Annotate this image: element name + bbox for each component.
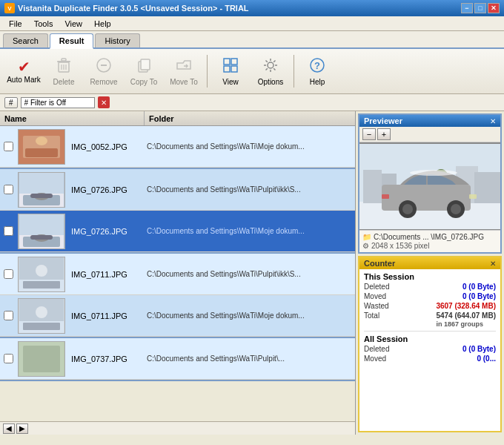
table-row[interactable]: IMG_0711.JPG C:\Documents and Settings\W… bbox=[0, 295, 355, 337]
preview-dimensions: ⚙2048 x 1536 pixel bbox=[362, 242, 497, 250]
svg-rect-46 bbox=[23, 323, 60, 330]
move-to-button[interactable]: Move To bbox=[165, 52, 203, 90]
row-filename-6: IMG_0737.JPG bbox=[70, 355, 144, 363]
copy-to-button[interactable]: Copy To bbox=[125, 52, 163, 90]
maximize-button[interactable]: □ bbox=[474, 3, 486, 13]
row-checkbox-1[interactable] bbox=[0, 142, 16, 151]
tab-history[interactable]: History bbox=[95, 33, 139, 47]
counter-moved-row: Moved 0 (0 Byte) bbox=[364, 292, 496, 300]
copy-to-label: Copy To bbox=[130, 78, 158, 86]
main-content: Name Folder IMG_0052.JPG C:\Documents an… bbox=[0, 111, 504, 435]
menu-file[interactable]: File bbox=[3, 18, 28, 30]
auto-mark-label: Auto Mark bbox=[7, 76, 41, 84]
file-list[interactable]: IMG_0052.JPG C:\Documents and Settings\W… bbox=[0, 126, 355, 421]
menu-view[interactable]: View bbox=[59, 18, 88, 30]
filter-input[interactable] bbox=[21, 97, 95, 108]
options-button[interactable]: Options bbox=[251, 52, 290, 90]
row-checkbox-3[interactable] bbox=[0, 226, 16, 236]
zoom-out-button[interactable]: − bbox=[362, 128, 376, 140]
svg-point-47 bbox=[36, 306, 47, 318]
row-folder-1: C:\Documents and Settings\WaTi\Moje doku… bbox=[144, 142, 355, 151]
close-button[interactable]: ✕ bbox=[488, 3, 500, 13]
tab-result[interactable]: Result bbox=[50, 33, 94, 49]
nav-prev-button[interactable]: ◀ bbox=[3, 423, 15, 434]
title-bar: V Vistanita Duplicate Finder 3.0.5 <Unsa… bbox=[0, 0, 504, 16]
row-filename-4: IMG_0711.JPG bbox=[70, 270, 144, 279]
svg-line-20 bbox=[266, 60, 268, 62]
list-header: Name Folder bbox=[0, 111, 355, 126]
file-group-1: IMG_0052.JPG C:\Documents and Settings\W… bbox=[0, 126, 355, 169]
svg-rect-29 bbox=[25, 148, 58, 157]
svg-rect-14 bbox=[231, 66, 237, 72]
view-button[interactable]: View bbox=[211, 52, 250, 90]
table-row[interactable]: IMG_0711.JPG C:\Documents and Settings\W… bbox=[0, 254, 355, 295]
filter-hash-button[interactable]: # bbox=[4, 97, 18, 108]
table-row[interactable]: IMG_0737.JPG C:\Documents and Settings\W… bbox=[0, 338, 355, 380]
title-bar-controls[interactable]: − □ ✕ bbox=[461, 3, 500, 13]
svg-rect-39 bbox=[30, 235, 53, 240]
auto-mark-button[interactable]: ✔ Auto Mark bbox=[4, 52, 43, 90]
remove-button[interactable]: Remove bbox=[84, 52, 123, 90]
nav-bar: ◀ ▶ bbox=[0, 421, 355, 435]
file-group-4: IMG_0737.JPG C:\Documents and Settings\W… bbox=[0, 338, 355, 381]
svg-rect-9 bbox=[141, 59, 150, 70]
options-label: Options bbox=[258, 78, 283, 86]
table-row[interactable]: IMG_0726.JPG C:\Documents and Settings\W… bbox=[0, 211, 355, 252]
row-folder-6: C:\Documents and Settings\WaTi\Pulpit\..… bbox=[144, 355, 355, 363]
menu-help[interactable]: Help bbox=[88, 18, 117, 30]
deleted-value: 0 (0 Byte) bbox=[462, 283, 496, 291]
counter-divider bbox=[364, 331, 496, 332]
counter-body: This Session Deleted 0 (0 Byte) Moved 0 … bbox=[359, 269, 500, 367]
thumbnail-6 bbox=[16, 340, 67, 378]
title-bar-left: V Vistanita Duplicate Finder 3.0.5 <Unsa… bbox=[4, 3, 249, 13]
help-button[interactable]: ? Help bbox=[298, 52, 336, 90]
move-to-icon bbox=[176, 57, 192, 76]
svg-point-63 bbox=[410, 170, 457, 176]
right-panel: Previewer ✕ − + bbox=[356, 111, 504, 435]
tab-search[interactable]: Search bbox=[3, 33, 48, 47]
table-row[interactable]: IMG_0726.JPG C:\Documents and Settings\W… bbox=[0, 169, 355, 211]
total-label: Total bbox=[364, 312, 379, 328]
moved-value: 0 (0 Byte) bbox=[462, 292, 496, 300]
view-icon bbox=[222, 57, 239, 76]
options-icon bbox=[262, 57, 279, 76]
row-checkbox-4[interactable] bbox=[0, 269, 16, 279]
svg-rect-13 bbox=[224, 66, 230, 72]
auto-mark-icon: ✔ bbox=[18, 59, 30, 74]
svg-rect-2 bbox=[62, 59, 66, 61]
all-deleted-value: 0 (0 Byte) bbox=[462, 345, 496, 353]
app-title: Vistanita Duplicate Finder 3.0.5 <Unsave… bbox=[18, 4, 249, 13]
help-icon: ? bbox=[309, 57, 325, 76]
counter-deleted-row: Deleted 0 (0 Byte) bbox=[364, 283, 496, 291]
preview-controls: − + bbox=[359, 127, 500, 142]
menu-bar: File Tools View Help bbox=[0, 16, 504, 31]
table-row[interactable]: IMG_0052.JPG C:\Documents and Settings\W… bbox=[0, 126, 355, 168]
nav-next-button[interactable]: ▶ bbox=[16, 423, 28, 434]
svg-rect-11 bbox=[224, 59, 230, 65]
zoom-in-button[interactable]: + bbox=[377, 128, 391, 140]
remove-label: Remove bbox=[90, 78, 117, 86]
menu-tools[interactable]: Tools bbox=[28, 18, 59, 30]
delete-button[interactable]: Delete bbox=[44, 52, 83, 90]
svg-line-22 bbox=[266, 68, 268, 70]
filter-clear-button[interactable]: ✕ bbox=[98, 96, 110, 108]
svg-rect-65 bbox=[382, 194, 389, 199]
svg-text:?: ? bbox=[314, 60, 320, 71]
counter-all-moved-row: Moved 0 (0... bbox=[364, 355, 496, 363]
previewer-close-button[interactable]: ✕ bbox=[490, 117, 496, 125]
wasted-value: 3607 (328.64 MB) bbox=[436, 302, 496, 310]
deleted-label: Deleted bbox=[364, 283, 389, 291]
minimize-button[interactable]: − bbox=[461, 3, 473, 13]
counter-title-label: Counter bbox=[364, 259, 395, 268]
thumbnail-1 bbox=[16, 128, 67, 166]
svg-point-43 bbox=[36, 265, 47, 277]
counter-close-button[interactable]: ✕ bbox=[490, 260, 496, 268]
svg-point-28 bbox=[36, 136, 47, 145]
toolbar: ✔ Auto Mark Delete Remove Copy To Move T… bbox=[0, 49, 504, 94]
row-checkbox-6[interactable] bbox=[0, 354, 16, 363]
row-checkbox-2[interactable] bbox=[0, 185, 16, 194]
row-checkbox-5[interactable] bbox=[0, 311, 16, 320]
svg-line-23 bbox=[273, 60, 275, 62]
counter-wasted-row: Wasted 3607 (328.64 MB) bbox=[364, 302, 496, 310]
svg-rect-34 bbox=[30, 194, 53, 198]
